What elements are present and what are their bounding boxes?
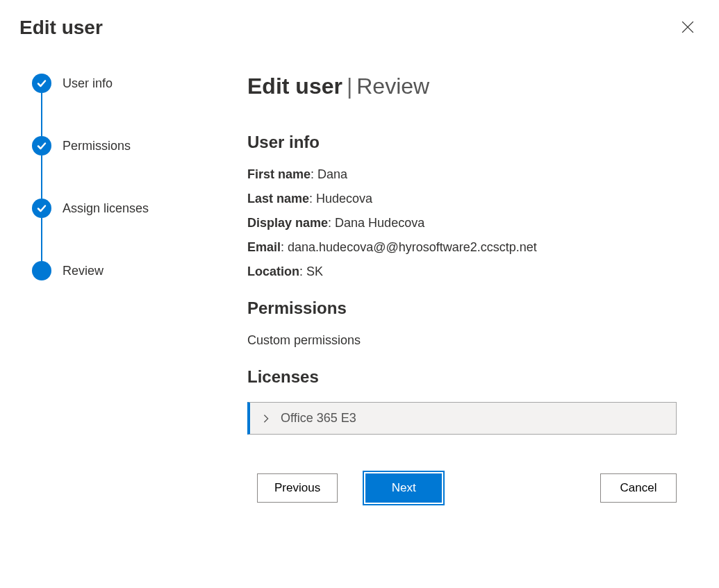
location-value: SK xyxy=(306,264,323,278)
step-label: Permissions xyxy=(63,139,131,153)
dialog-title: Edit user xyxy=(19,17,103,39)
check-icon xyxy=(36,203,47,214)
section-licenses-heading: Licenses xyxy=(247,367,697,387)
step-connector xyxy=(41,93,42,136)
step-user-info[interactable]: User info xyxy=(32,74,206,93)
next-button[interactable]: Next xyxy=(365,473,442,503)
step-assign-licenses[interactable]: Assign licenses xyxy=(32,199,206,218)
display-name-label: Display name xyxy=(247,216,328,230)
step-review[interactable]: Review xyxy=(32,261,206,280)
title-divider: | xyxy=(347,74,352,99)
wizard-stepper: User info Permissions Assign licenses Re… xyxy=(32,74,206,503)
email-label: Email xyxy=(247,240,281,254)
last-name-value: Hudecova xyxy=(316,192,372,205)
step-label: Review xyxy=(63,264,104,278)
page-heading: Edit user|Review xyxy=(247,74,697,99)
check-icon xyxy=(36,140,47,151)
page-title: Edit user xyxy=(247,74,342,99)
chevron-right-icon xyxy=(261,414,271,423)
display-name-value: Dana Hudecova xyxy=(335,216,424,230)
close-icon xyxy=(681,21,694,33)
first-name-label: First name xyxy=(247,167,311,181)
license-name: Office 365 E3 xyxy=(281,411,356,426)
step-connector xyxy=(41,218,42,261)
license-item[interactable]: Office 365 E3 xyxy=(247,402,677,435)
step-permissions[interactable]: Permissions xyxy=(32,136,206,156)
row-display-name: Display name: Dana Hudecova xyxy=(247,216,697,230)
check-icon xyxy=(36,78,47,89)
row-first-name: First name: Dana xyxy=(247,167,697,182)
previous-button[interactable]: Previous xyxy=(257,473,338,503)
permissions-text: Custom permissions xyxy=(247,333,697,348)
step-circle-complete xyxy=(32,74,51,93)
section-user-info-heading: User info xyxy=(247,133,697,152)
main-content: Edit user|Review User info First name: D… xyxy=(206,74,697,503)
wizard-footer: Previous Next Cancel xyxy=(247,473,677,503)
step-circle-complete xyxy=(32,136,51,156)
close-button[interactable] xyxy=(679,18,697,38)
section-permissions-heading: Permissions xyxy=(247,299,697,318)
step-circle-current xyxy=(32,261,51,280)
location-label: Location xyxy=(247,264,299,278)
cancel-button[interactable]: Cancel xyxy=(600,473,677,503)
row-last-name: Last name: Hudecova xyxy=(247,192,697,206)
row-email: Email: dana.hudecova@@hyrosoftware2.ccsc… xyxy=(247,240,697,255)
row-location: Location: SK xyxy=(247,264,697,279)
dialog-header: Edit user xyxy=(0,0,719,39)
email-value: dana.hudecova@@hyrosoftware2.ccsctp.net xyxy=(288,240,537,254)
first-name-value: Dana xyxy=(317,167,347,181)
step-connector xyxy=(41,156,42,199)
page-subtitle: Review xyxy=(356,74,429,99)
step-label: Assign licenses xyxy=(63,201,149,216)
step-label: User info xyxy=(63,76,113,91)
last-name-label: Last name xyxy=(247,192,309,205)
step-circle-complete xyxy=(32,199,51,218)
